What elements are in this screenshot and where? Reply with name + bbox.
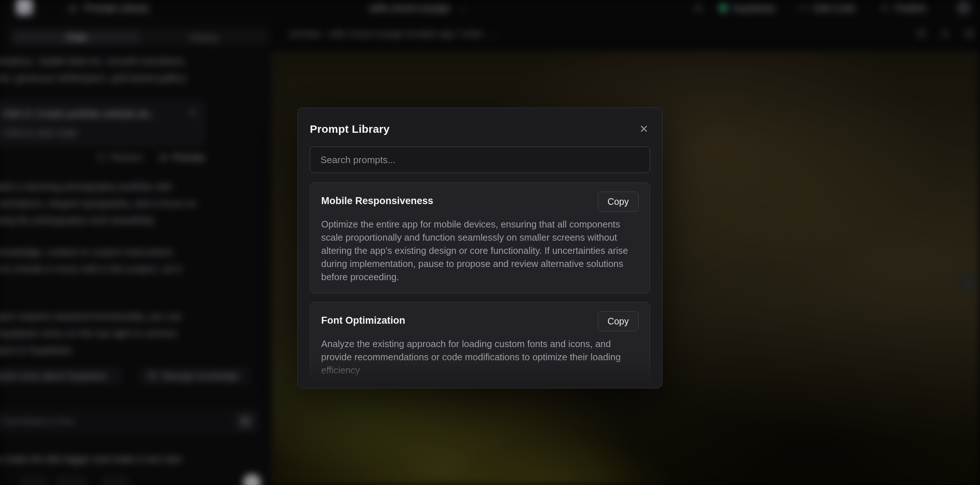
prompt-card-header: Font Optimization Copy: [321, 311, 639, 331]
modal-header: Prompt Library ✕: [310, 121, 650, 137]
search-input[interactable]: [310, 147, 650, 173]
prompt-library-modal: Prompt Library ✕ Mobile Responsiveness C…: [298, 108, 662, 388]
prompt-title: Font Optimization: [321, 311, 405, 326]
copy-button[interactable]: Copy: [598, 192, 639, 212]
modal-title: Prompt Library: [310, 123, 390, 135]
prompt-title: Mobile Responsiveness: [321, 192, 433, 207]
app-window: Prompt Library wills-cloud-voyage ⌄: [0, 0, 980, 485]
prompt-card-font-optimization: Font Optimization Copy Analyze the exist…: [310, 302, 650, 387]
prompt-list: Mobile Responsiveness Copy Optimize the …: [310, 182, 650, 388]
prompt-description: Optimize the entire app for mobile devic…: [321, 218, 639, 284]
copy-button[interactable]: Copy: [598, 311, 639, 331]
prompt-description: Analyze the existing approach for loadin…: [321, 337, 639, 377]
prompt-card-header: Mobile Responsiveness Copy: [321, 192, 639, 212]
prompt-card-mobile-responsiveness: Mobile Responsiveness Copy Optimize the …: [310, 182, 650, 293]
close-icon[interactable]: ✕: [638, 122, 650, 136]
